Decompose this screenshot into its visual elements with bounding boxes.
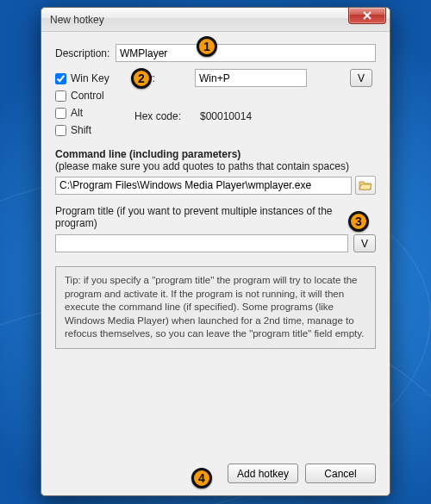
- close-icon: [363, 11, 372, 20]
- control-label: Control: [71, 90, 104, 102]
- winkey-checkbox[interactable]: Win Key: [55, 72, 133, 84]
- dialog-window: New hotkey Description: Win Key: [41, 7, 390, 496]
- folder-open-icon: [359, 179, 372, 191]
- description-label: Description:: [55, 47, 116, 59]
- browse-button[interactable]: [355, 176, 376, 195]
- commandline-title: Command line (including parameters): [55, 148, 376, 160]
- program-title-input[interactable]: [55, 234, 348, 252]
- winkey-label: Win Key: [71, 72, 109, 84]
- commandline-sub: (please make sure you add quotes to path…: [55, 160, 376, 172]
- alt-checkbox[interactable]: Alt: [55, 107, 133, 119]
- titlebar[interactable]: New hotkey: [41, 8, 390, 32]
- alt-label: Alt: [71, 107, 83, 119]
- dialog-body: Description: Win Key Control Alt: [41, 32, 390, 495]
- desktop: New hotkey Description: Win Key: [0, 0, 431, 504]
- control-checkbox[interactable]: Control: [55, 90, 133, 102]
- close-button[interactable]: [348, 8, 386, 24]
- annotation-badge-4: 4: [191, 468, 212, 488]
- key-picker-button[interactable]: V: [350, 69, 372, 87]
- program-title-label: Program title (if you want to prevent mu…: [55, 205, 376, 229]
- window-title: New hotkey: [50, 14, 104, 26]
- description-input[interactable]: [116, 44, 376, 62]
- annotation-badge-3: 3: [348, 211, 369, 232]
- key-input[interactable]: [195, 69, 307, 87]
- commandline-input[interactable]: [55, 177, 352, 195]
- shift-checkbox[interactable]: Shift: [55, 124, 133, 136]
- cancel-button[interactable]: Cancel: [305, 464, 376, 483]
- annotation-badge-1: 1: [197, 36, 217, 57]
- hexcode-label: Hex code:: [134, 110, 193, 122]
- program-title-picker-button[interactable]: V: [353, 234, 376, 252]
- add-hotkey-button[interactable]: Add hotkey: [228, 464, 298, 483]
- annotation-badge-2: 2: [131, 68, 152, 89]
- shift-label: Shift: [71, 124, 91, 136]
- hexcode-value: $00010014: [195, 110, 348, 122]
- tip-box: Tip: if you specify a "program title" th…: [55, 266, 376, 349]
